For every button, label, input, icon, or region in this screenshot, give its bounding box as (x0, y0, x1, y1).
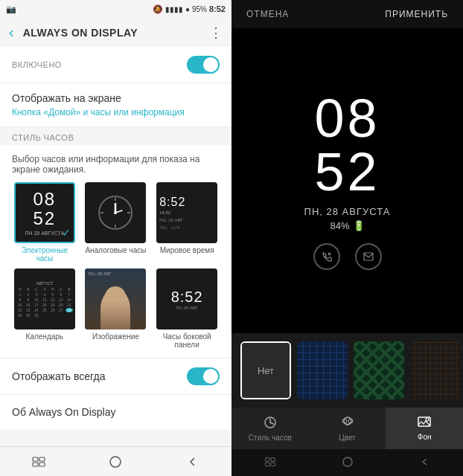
screen-icon: 📷 (6, 4, 16, 14)
status-bar-right: 🔕 ▮▮▮▮ ● 95% 8:52 (153, 4, 226, 14)
tab-color-label: Цвет (339, 434, 355, 442)
call-icon (322, 251, 332, 262)
home-button[interactable] (106, 453, 124, 471)
clock-style-section: Выбор часов или информации для показа на… (0, 145, 232, 358)
clock-item-digital[interactable]: 08 52 ПН 28 АВГУСТА ✓ Электронные часы (12, 182, 77, 263)
right-nav (232, 449, 463, 476)
right-header: ОТМЕНА ПРИМЕНИТЬ (232, 0, 463, 28)
svg-rect-9 (39, 457, 45, 461)
clock-label-photo: Изображение (92, 332, 139, 341)
enabled-toggle[interactable] (187, 56, 220, 74)
clock-label-calendar: Календарь (26, 332, 63, 341)
svg-rect-24 (265, 458, 269, 462)
bottom-tabs: Стиль часов Цвет Фон (232, 408, 463, 449)
right-back-button[interactable] (421, 457, 430, 469)
background-picker: Нет (232, 333, 463, 408)
status-bar-left: 📷 (6, 4, 16, 14)
svg-rect-8 (33, 457, 38, 461)
tab-background[interactable]: Фон (386, 408, 463, 449)
digital-display: 08 52 ПН 28 АВГУСТА (25, 190, 64, 236)
right-recent-button[interactable] (265, 457, 275, 469)
preview-minute: 52 (314, 145, 380, 199)
enabled-label: ВКЛЮЧЕНО (12, 60, 62, 69)
clock-tab-icon (264, 416, 277, 429)
wifi-icon: ● (185, 5, 190, 13)
svg-point-28 (343, 457, 352, 466)
home-icon (109, 455, 122, 469)
signal-bars: ▮▮▮▮ (165, 5, 183, 13)
back-nav-button[interactable] (184, 453, 202, 471)
bg-icon (418, 416, 431, 431)
preview-date: ПН, 28 АВГУСТА (304, 206, 391, 217)
clock-thumb-digital: 08 52 ПН 28 АВГУСТА ✓ (14, 182, 75, 243)
svg-rect-15 (364, 253, 373, 260)
back-icon (188, 457, 198, 467)
world-time-display: 8:52 14:52 ПН, 28 АВГ SEL LON (156, 193, 217, 233)
clock-thumb-analog (85, 182, 146, 243)
svg-rect-25 (271, 458, 275, 462)
nav-bar (0, 446, 232, 476)
status-bar: 📷 🔕 ▮▮▮▮ ● 95% 8:52 (0, 0, 232, 18)
clock-grid: 08 52 ПН 28 АВГУСТА ✓ Электронные часы (12, 182, 220, 349)
svg-rect-26 (265, 463, 269, 466)
recent-icon (32, 457, 45, 467)
tab-clock-style[interactable]: Стиль часов (232, 408, 309, 449)
bg-item-none[interactable]: Нет (240, 341, 291, 399)
display-link[interactable]: Кнопка «Домой» и часы или информация (12, 107, 220, 118)
svg-line-18 (270, 422, 273, 424)
left-panel: 📷 🔕 ▮▮▮▮ ● 95% 8:52 ‹ ALWAYS ON DISPLAY … (0, 0, 232, 476)
tab-clock-style-label: Стиль часов (249, 434, 292, 442)
battery-value: 84% (330, 220, 349, 231)
clock-item-edge[interactable]: 8:52 ПН 28 АВГ Часы боковой панели (154, 268, 220, 349)
clock-label-analog: Аналоговые часы (85, 246, 146, 254)
clock-label-world: Мировое время (160, 246, 214, 254)
always-on-label: Отображать всегда (12, 370, 105, 382)
svg-point-23 (426, 418, 429, 421)
settings-content: ВКЛЮЧЕНО Отображать на экране Кнопка «До… (0, 47, 232, 446)
photo-display: ПН, 28 АВГ (85, 268, 146, 329)
right-home-button[interactable] (342, 456, 354, 470)
photo-body (100, 289, 130, 329)
recent-apps-button[interactable] (30, 453, 48, 471)
bg-item-diamond[interactable] (354, 341, 404, 399)
always-on-toggle[interactable] (187, 367, 220, 385)
bg-item-blue-grid[interactable] (297, 341, 348, 399)
bg-item-warm[interactable] (410, 341, 461, 399)
right-recent-icon (265, 457, 275, 466)
missed-call-icon (313, 243, 340, 270)
apply-button[interactable]: ПРИМЕНИТЬ (385, 9, 448, 19)
right-back-icon (421, 457, 430, 466)
bg-none-label: Нет (242, 343, 290, 398)
right-home-icon (342, 456, 354, 468)
clock-item-world[interactable]: 8:52 14:52 ПН, 28 АВГ SEL LON Мировое вр… (154, 182, 220, 263)
clock-item-calendar[interactable]: АВГУСТ П В С Ч П С В 1 2 (12, 268, 77, 349)
clock-thumb-calendar: АВГУСТ П В С Ч П С В 1 2 (14, 268, 75, 329)
right-panel: ОТМЕНА ПРИМЕНИТЬ 08 52 ПН, 28 АВГУСТА 84… (232, 0, 463, 476)
time-display: 8:52 (209, 4, 226, 13)
svg-point-7 (114, 211, 117, 214)
more-button[interactable]: ⋮ (209, 25, 223, 41)
tab-color[interactable]: Цвет (309, 408, 386, 449)
clock-preview: 08 52 ПН, 28 АВГУСТА 84% 🔋 (232, 28, 463, 333)
clock-label-digital: Электронные часы (12, 246, 77, 263)
clock-thumb-photo: ПН, 28 АВГ (85, 268, 146, 329)
preview-notification-icons (313, 243, 382, 270)
preview-battery: 84% 🔋 (330, 220, 364, 231)
about-row[interactable]: Об Always On Display (0, 394, 232, 429)
bg-warm-preview (410, 341, 461, 399)
calendar-display: АВГУСТ П В С Ч П С В 1 2 (14, 279, 75, 320)
edge-display: 8:52 ПН 28 АВГ (168, 286, 206, 313)
preview-hour: 08 (314, 91, 380, 145)
page-title: ALWAYS ON DISPLAY (23, 27, 200, 39)
mute-icon: 🔕 (153, 4, 163, 14)
color-tab-icon (341, 416, 354, 429)
battery-text: 95% (192, 5, 207, 13)
cancel-button[interactable]: ОТМЕНА (246, 9, 289, 19)
clock-thumb-world: 8:52 14:52 ПН, 28 АВГ SEL LON (156, 182, 217, 243)
clock-label-edge: Часы боковой панели (154, 332, 220, 349)
envelope-icon (363, 252, 374, 261)
clock-item-analog[interactable]: Аналоговые часы (83, 182, 149, 263)
back-button[interactable]: ‹ (9, 24, 14, 41)
clock-item-photo[interactable]: ПН, 28 АВГ Изображение (83, 268, 149, 349)
svg-rect-11 (39, 463, 45, 466)
